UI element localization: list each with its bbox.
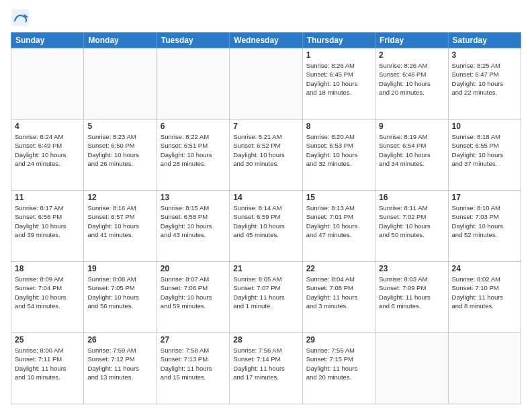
- day-number: 16: [379, 193, 444, 202]
- calendar-cell: 8Sunrise: 8:20 AMSunset: 6:53 PMDaylight…: [302, 120, 375, 191]
- day-info: Sunrise: 8:08 AMSunset: 7:05 PMDaylight:…: [87, 275, 152, 310]
- calendar-cell: [448, 333, 521, 404]
- calendar-cell: [230, 48, 302, 120]
- calendar-cell: 19Sunrise: 8:08 AMSunset: 7:05 PMDayligh…: [84, 262, 157, 333]
- day-info: Sunrise: 8:14 AMSunset: 6:59 PMDaylight:…: [233, 203, 298, 239]
- day-info: Sunrise: 7:55 AMSunset: 7:15 PMDaylight:…: [306, 346, 371, 381]
- calendar-week-1: 4Sunrise: 8:24 AMSunset: 6:49 PMDaylight…: [11, 120, 521, 191]
- day-number: 20: [161, 264, 226, 273]
- calendar-header-sunday: Sunday: [11, 33, 84, 48]
- calendar-cell: [84, 48, 157, 120]
- day-number: 19: [87, 264, 152, 273]
- day-number: 2: [379, 50, 444, 60]
- day-info: Sunrise: 8:19 AMSunset: 6:54 PMDaylight:…: [379, 132, 444, 168]
- day-info: Sunrise: 8:11 AMSunset: 7:02 PMDaylight:…: [379, 203, 444, 239]
- day-number: 26: [87, 335, 152, 345]
- logo: [11, 8, 32, 27]
- day-number: 5: [87, 122, 152, 131]
- day-number: 4: [15, 122, 80, 131]
- logo-icon: [11, 8, 30, 27]
- day-info: Sunrise: 8:20 AMSunset: 6:53 PMDaylight:…: [306, 132, 371, 168]
- day-info: Sunrise: 8:25 AMSunset: 6:47 PMDaylight:…: [452, 61, 517, 97]
- calendar-week-2: 11Sunrise: 8:17 AMSunset: 6:56 PMDayligh…: [11, 191, 521, 262]
- calendar-cell: [157, 48, 229, 120]
- calendar-cell: 17Sunrise: 8:10 AMSunset: 7:03 PMDayligh…: [448, 191, 521, 262]
- day-number: 9: [379, 122, 444, 131]
- day-info: Sunrise: 8:16 AMSunset: 6:57 PMDaylight:…: [87, 203, 152, 239]
- day-number: 15: [306, 193, 371, 202]
- calendar-header-friday: Friday: [375, 33, 448, 48]
- day-info: Sunrise: 8:10 AMSunset: 7:03 PMDaylight:…: [452, 203, 517, 239]
- day-number: 17: [452, 193, 517, 202]
- calendar-cell: 22Sunrise: 8:04 AMSunset: 7:08 PMDayligh…: [302, 262, 375, 333]
- day-number: 8: [306, 122, 371, 131]
- day-info: Sunrise: 7:59 AMSunset: 7:12 PMDaylight:…: [87, 346, 152, 381]
- day-info: Sunrise: 8:03 AMSunset: 7:09 PMDaylight:…: [379, 275, 444, 310]
- day-info: Sunrise: 8:18 AMSunset: 6:55 PMDaylight:…: [452, 132, 517, 168]
- calendar-week-4: 25Sunrise: 8:00 AMSunset: 7:11 PMDayligh…: [11, 333, 521, 404]
- calendar-cell: 21Sunrise: 8:05 AMSunset: 7:07 PMDayligh…: [230, 262, 302, 333]
- calendar-header-row: SundayMondayTuesdayWednesdayThursdayFrid…: [11, 33, 521, 48]
- calendar-header-tuesday: Tuesday: [157, 33, 229, 48]
- day-number: 7: [233, 122, 298, 131]
- calendar-table: SundayMondayTuesdayWednesdayThursdayFrid…: [11, 32, 521, 404]
- calendar-cell: 11Sunrise: 8:17 AMSunset: 6:56 PMDayligh…: [11, 191, 84, 262]
- day-info: Sunrise: 8:04 AMSunset: 7:08 PMDaylight:…: [306, 275, 371, 310]
- day-info: Sunrise: 8:26 AMSunset: 6:45 PMDaylight:…: [306, 61, 371, 97]
- calendar-cell: 12Sunrise: 8:16 AMSunset: 6:57 PMDayligh…: [84, 191, 157, 262]
- calendar-cell: 28Sunrise: 7:56 AMSunset: 7:14 PMDayligh…: [230, 333, 302, 404]
- day-number: 6: [161, 122, 226, 131]
- day-info: Sunrise: 8:09 AMSunset: 7:04 PMDaylight:…: [15, 275, 80, 310]
- calendar-cell: 10Sunrise: 8:18 AMSunset: 6:55 PMDayligh…: [448, 120, 521, 191]
- day-info: Sunrise: 8:24 AMSunset: 6:49 PMDaylight:…: [15, 132, 80, 168]
- calendar-cell: 2Sunrise: 8:26 AMSunset: 6:46 PMDaylight…: [375, 48, 448, 120]
- page: SundayMondayTuesdayWednesdayThursdayFrid…: [0, 0, 532, 411]
- day-info: Sunrise: 8:05 AMSunset: 7:07 PMDaylight:…: [233, 275, 298, 310]
- day-number: 11: [15, 193, 80, 202]
- calendar-cell: [11, 48, 84, 120]
- calendar-cell: 29Sunrise: 7:55 AMSunset: 7:15 PMDayligh…: [302, 333, 375, 404]
- calendar-cell: 23Sunrise: 8:03 AMSunset: 7:09 PMDayligh…: [375, 262, 448, 333]
- calendar-cell: [375, 333, 448, 404]
- day-number: 18: [15, 264, 80, 273]
- day-number: 25: [15, 335, 80, 345]
- day-info: Sunrise: 8:23 AMSunset: 6:50 PMDaylight:…: [87, 132, 152, 168]
- day-info: Sunrise: 7:56 AMSunset: 7:14 PMDaylight:…: [233, 346, 298, 381]
- calendar-cell: 7Sunrise: 8:21 AMSunset: 6:52 PMDaylight…: [230, 120, 302, 191]
- day-number: 3: [452, 50, 517, 60]
- day-info: Sunrise: 8:07 AMSunset: 7:06 PMDaylight:…: [161, 275, 226, 310]
- day-number: 22: [306, 264, 371, 273]
- day-info: Sunrise: 8:15 AMSunset: 6:58 PMDaylight:…: [161, 203, 226, 239]
- header: [11, 8, 521, 27]
- day-number: 13: [161, 193, 226, 202]
- calendar-header-thursday: Thursday: [302, 33, 375, 48]
- calendar-cell: 27Sunrise: 7:58 AMSunset: 7:13 PMDayligh…: [157, 333, 229, 404]
- day-number: 29: [306, 335, 371, 345]
- calendar-cell: 1Sunrise: 8:26 AMSunset: 6:45 PMDaylight…: [302, 48, 375, 120]
- calendar-cell: 5Sunrise: 8:23 AMSunset: 6:50 PMDaylight…: [84, 120, 157, 191]
- day-info: Sunrise: 8:17 AMSunset: 6:56 PMDaylight:…: [15, 203, 80, 239]
- day-info: Sunrise: 8:21 AMSunset: 6:52 PMDaylight:…: [233, 132, 298, 168]
- day-info: Sunrise: 8:13 AMSunset: 7:01 PMDaylight:…: [306, 203, 371, 239]
- day-number: 10: [452, 122, 517, 131]
- calendar-cell: 20Sunrise: 8:07 AMSunset: 7:06 PMDayligh…: [157, 262, 229, 333]
- calendar-header-wednesday: Wednesday: [230, 33, 302, 48]
- day-info: Sunrise: 8:02 AMSunset: 7:10 PMDaylight:…: [452, 275, 517, 310]
- day-info: Sunrise: 8:00 AMSunset: 7:11 PMDaylight:…: [15, 346, 80, 381]
- day-number: 24: [452, 264, 517, 273]
- calendar-cell: 15Sunrise: 8:13 AMSunset: 7:01 PMDayligh…: [302, 191, 375, 262]
- day-number: 27: [161, 335, 226, 345]
- day-number: 14: [233, 193, 298, 202]
- day-number: 12: [87, 193, 152, 202]
- calendar-cell: 3Sunrise: 8:25 AMSunset: 6:47 PMDaylight…: [448, 48, 521, 120]
- calendar-cell: 4Sunrise: 8:24 AMSunset: 6:49 PMDaylight…: [11, 120, 84, 191]
- calendar-cell: 6Sunrise: 8:22 AMSunset: 6:51 PMDaylight…: [157, 120, 229, 191]
- calendar-cell: 9Sunrise: 8:19 AMSunset: 6:54 PMDaylight…: [375, 120, 448, 191]
- calendar-week-3: 18Sunrise: 8:09 AMSunset: 7:04 PMDayligh…: [11, 262, 521, 333]
- day-info: Sunrise: 8:22 AMSunset: 6:51 PMDaylight:…: [161, 132, 226, 168]
- calendar-cell: 18Sunrise: 8:09 AMSunset: 7:04 PMDayligh…: [11, 262, 84, 333]
- day-number: 23: [379, 264, 444, 273]
- calendar-cell: 24Sunrise: 8:02 AMSunset: 7:10 PMDayligh…: [448, 262, 521, 333]
- day-info: Sunrise: 7:58 AMSunset: 7:13 PMDaylight:…: [161, 346, 226, 381]
- day-number: 1: [306, 50, 371, 60]
